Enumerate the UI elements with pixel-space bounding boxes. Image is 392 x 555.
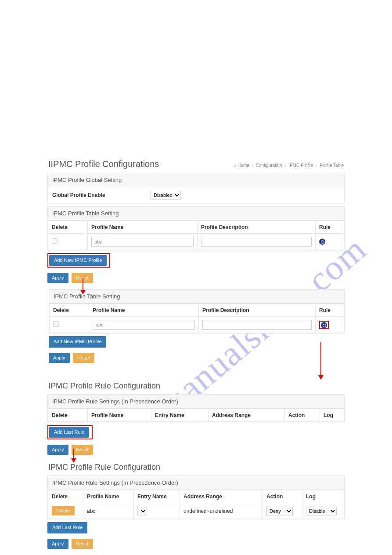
reset-button[interactable]: Reset [72, 539, 93, 549]
rule-nav-icon[interactable] [319, 239, 325, 245]
rule-settings-heading-2: IPMC Profile Rule Settings (In Precedenc… [48, 476, 344, 490]
col-range: Address Range [180, 490, 263, 503]
col-delete: Delete [48, 490, 83, 503]
reset-button[interactable]: Reset [72, 445, 93, 455]
table-row [48, 234, 344, 250]
address-range-cell: undefined~undefined [180, 503, 263, 519]
home-icon: ⌂ [234, 163, 236, 168]
col-entry: Entry Name [134, 490, 180, 503]
highlight-add-rule: Add Last Rule [47, 425, 93, 439]
add-last-rule-button[interactable]: Add Last Rule [47, 522, 87, 533]
global-setting-heading: IPMC Profile Global Setting [48, 173, 344, 187]
arrow-icon [320, 342, 321, 376]
profile-name-cell: abc [83, 503, 134, 519]
arrow-icon [83, 278, 83, 291]
breadcrumb: ⌂ Home › Configuration › IPMC Profile › … [234, 163, 344, 168]
apply-button[interactable]: Apply [47, 539, 68, 549]
log-select[interactable]: Disable [306, 507, 337, 515]
profile-table-2: Delete Profile Name Profile Description … [49, 304, 344, 333]
col-action: Action [285, 409, 320, 421]
page-title: IIPMC Profile Configurations [48, 159, 159, 169]
arrow-head-icon [71, 458, 76, 463]
col-desc: Profile Description [198, 221, 316, 234]
col-delete: Delete [48, 409, 88, 421]
table-setting-heading-2: IPMC Profile Table Setting [49, 290, 344, 304]
col-name: Profile Name [89, 304, 199, 317]
crumb-ipmc[interactable]: IPMC Profile [288, 163, 313, 168]
profile-table-1: Delete Profile Name Profile Description … [48, 221, 344, 250]
col-rule: Rule [316, 221, 344, 234]
col-entry: Entry Name [151, 409, 209, 421]
add-new-profile-button[interactable]: Add New IPMC Profile [49, 255, 107, 266]
reset-button[interactable]: Reset [73, 353, 94, 363]
rule-config-title-2: IPMC Profile Rule Configuration [48, 463, 160, 472]
profile-desc-input[interactable] [202, 320, 312, 330]
delete-checkbox[interactable] [52, 238, 58, 244]
delete-checkbox[interactable] [53, 321, 59, 327]
rule-config-title: IPMC Profile Rule Configuration [48, 381, 160, 391]
highlight-rule-icon [319, 321, 329, 329]
col-name: Profile Name [83, 490, 134, 503]
apply-button[interactable]: Apply [47, 273, 68, 283]
table-row: Delete abc undefined~undefined Deny Disa… [48, 503, 344, 519]
global-enable-label: Global Profile Enable [52, 192, 151, 198]
col-delete: Delete [48, 221, 88, 234]
action-select[interactable]: Deny [266, 507, 293, 515]
col-action: Action [263, 490, 302, 503]
arrow-icon [73, 449, 74, 459]
crumb-home[interactable]: Home [237, 163, 249, 168]
col-delete: Delete [50, 304, 89, 317]
col-range: Address Range [209, 409, 285, 421]
col-desc: Profile Description [199, 304, 316, 317]
table-row [50, 317, 344, 333]
arrow-head-icon [80, 290, 86, 294]
global-enable-select[interactable]: Disabled [151, 191, 181, 200]
rule-settings-heading: IPMC Profile Rule Settings (In Precedenc… [48, 395, 344, 409]
apply-button[interactable]: Apply [47, 445, 68, 455]
col-log: Log [320, 409, 344, 421]
col-name: Profile Name [88, 409, 151, 421]
col-name: Profile Name [88, 221, 198, 234]
rule-table-2: Delete Profile Name Entry Name Address R… [48, 490, 344, 519]
profile-name-input[interactable] [93, 320, 195, 330]
highlight-add-profile: Add New IPMC Profile [47, 253, 110, 268]
arrow-head-icon [318, 375, 324, 380]
rule-table-1: Delete Profile Name Entry Name Address R… [48, 409, 344, 422]
add-new-profile-button[interactable]: Add New IPMC Profile [49, 336, 106, 347]
apply-button[interactable]: Apply [49, 353, 70, 363]
delete-button[interactable]: Delete [52, 506, 75, 515]
profile-name-input[interactable] [91, 237, 194, 247]
profile-desc-input[interactable] [201, 237, 312, 247]
col-rule: Rule [316, 304, 344, 317]
rule-nav-icon[interactable] [321, 322, 327, 328]
table-setting-heading-1: IPMC Profile Table Setting [48, 207, 344, 221]
col-log: Log [302, 490, 344, 503]
crumb-current: Profile Table [320, 163, 344, 168]
entry-select[interactable] [137, 507, 147, 515]
crumb-config[interactable]: Configuration [256, 163, 282, 168]
add-last-rule-button[interactable]: Add Last Rule [49, 427, 89, 438]
